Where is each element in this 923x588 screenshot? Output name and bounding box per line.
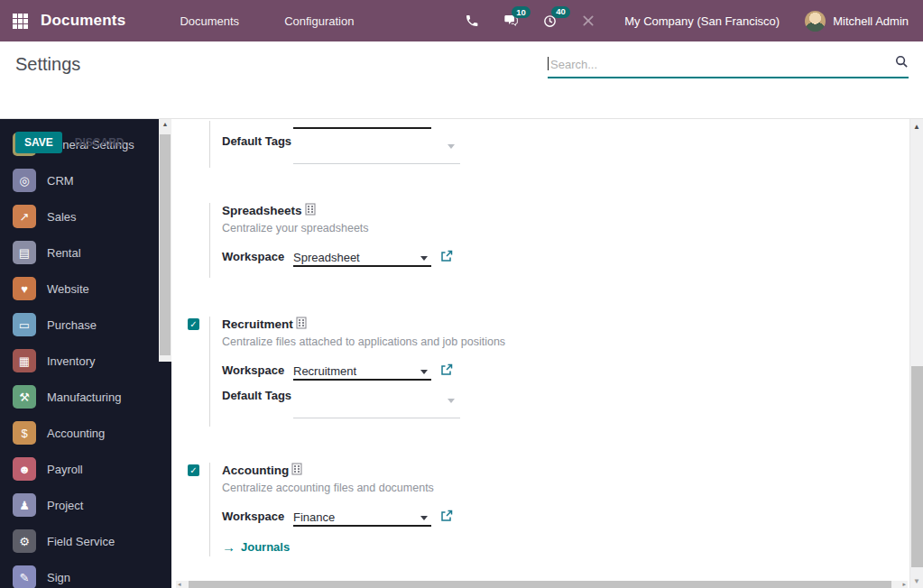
default-tags-field[interactable]: [293, 133, 460, 164]
default-tags-label: Default Tags: [222, 388, 293, 418]
sidebar-item-website[interactable]: ♥Website: [0, 271, 159, 307]
sidebar-item-label: Inventory: [47, 354, 95, 368]
field-service-icon: ⚙: [13, 529, 36, 553]
sidebar-item-purchase[interactable]: ▭Purchase: [0, 307, 159, 343]
scroll-up-arrow-icon[interactable]: ▲: [159, 121, 171, 127]
setting-box-recruitment: Recruitment Centralize files attached to…: [188, 317, 909, 427]
sidebar-item-sign[interactable]: ✎Sign: [0, 559, 159, 588]
scroll-up-arrow-icon[interactable]: ▲: [910, 123, 923, 131]
handshake-icon: ◎: [13, 169, 36, 192]
external-link-icon[interactable]: [440, 510, 453, 527]
apps-grid-icon[interactable]: [13, 14, 28, 29]
sidebar-item-label: Purchase: [47, 318, 97, 332]
sidebar-item-label: Sales: [47, 210, 77, 224]
accounting-checkbox[interactable]: [188, 464, 199, 476]
menu-documents[interactable]: Documents: [171, 2, 248, 41]
section-title: Spreadsheets: [222, 204, 302, 217]
sidebar-item-payroll[interactable]: ☻Payroll: [0, 451, 159, 487]
workspace-select-spreadsheets[interactable]: Spreadsheet: [293, 249, 431, 267]
sidebar-scrollbar-thumb[interactable]: [160, 134, 171, 355]
section-description: Centralize files attached to application…: [222, 335, 505, 348]
search-bar: [548, 52, 909, 78]
sidebar-scrollbar: ▲: [159, 119, 171, 588]
messages-icon[interactable]: 10: [495, 10, 526, 32]
sidebar-item-label: Rental: [47, 246, 81, 260]
vertical-scrollbar-thumb[interactable]: [911, 366, 923, 567]
sidebar-item-label: Sign: [47, 571, 70, 584]
app-title: Documents: [41, 12, 125, 30]
save-button[interactable]: SAVE: [15, 132, 62, 153]
discard-button[interactable]: DISCARD: [75, 136, 125, 149]
settings-sidebar: ⚙General Settings◎CRM↗Sales▤Rental♥Websi…: [0, 119, 159, 588]
box-icon: ▦: [13, 349, 36, 372]
globe-heart-icon: ♥: [13, 277, 36, 300]
credit-card-icon: ▭: [13, 313, 36, 336]
dropdown-caret-icon: [420, 516, 428, 520]
settings-header: Settings SAVE DISCARD: [0, 41, 923, 118]
workspace-select-accounting[interactable]: Finance: [293, 509, 431, 527]
sidebar-item-field-service[interactable]: ⚙Field Service: [0, 523, 159, 559]
user-avatar: [805, 11, 826, 32]
menu-configuration[interactable]: Configuration: [275, 2, 363, 41]
setting-box-spreadsheets: Spreadsheets Centralize your spreadsheet…: [188, 203, 909, 278]
sidebar-item-manufacturing[interactable]: ⚒Manufacturing: [0, 379, 159, 415]
sidebar-item-accounting[interactable]: $Accounting: [0, 415, 159, 451]
company-switcher[interactable]: My Company (San Francisco): [624, 14, 780, 28]
sales-chart-icon: ↗: [13, 205, 36, 228]
search-input[interactable]: [549, 52, 895, 75]
setting-box-partial: Default Tags: [188, 121, 909, 168]
phone-icon[interactable]: [457, 10, 486, 32]
arrow-right-icon: →: [222, 539, 235, 555]
external-link-icon[interactable]: [440, 363, 453, 381]
sidebar-item-label: Website: [47, 282, 89, 296]
sidebar-item-rental[interactable]: ▤Rental: [0, 234, 159, 271]
search-icon[interactable]: [895, 55, 909, 72]
sidebar-item-crm[interactable]: ◎CRM: [0, 162, 159, 198]
sidebar-scrollbar-track: ▲: [159, 119, 171, 362]
user-name: Mitchell Admin: [833, 14, 909, 28]
messages-badge: 10: [512, 6, 531, 18]
journals-link[interactable]: → Journals: [222, 539, 453, 555]
default-tags-field[interactable]: [293, 388, 460, 418]
vertical-scrollbar: ▲ ▼: [909, 119, 923, 588]
top-navbar: Documents Documents Configuration 10 40 …: [0, 0, 923, 41]
user-menu[interactable]: Mitchell Admin: [805, 11, 909, 32]
section-title: Accounting: [222, 464, 289, 477]
dropdown-caret-icon: [448, 399, 455, 403]
debug-tools-icon[interactable]: [574, 10, 603, 32]
page-title: Settings: [15, 54, 80, 75]
settings-content: Default Tags Spreadsheets Centraliz: [171, 119, 909, 588]
wrench-icon: ⚒: [13, 385, 36, 409]
dropdown-caret-icon: [420, 256, 428, 261]
section-title: Recruitment: [222, 317, 293, 331]
setting-box-accounting: Accounting Centralize accounting files a…: [188, 463, 909, 556]
enterprise-icon: [291, 463, 302, 478]
scroll-left-arrow-icon[interactable]: ◂: [178, 581, 181, 588]
recruitment-checkbox[interactable]: [188, 318, 199, 330]
activities-badge: 40: [551, 6, 570, 18]
default-tags-label: Default Tags: [222, 133, 293, 164]
sidebar-item-sales[interactable]: ↗Sales: [0, 198, 159, 234]
section-description: Centralize your spreadsheets: [222, 222, 453, 234]
workspace-label: Workspace: [222, 249, 293, 267]
sign-pen-icon: ✎: [13, 565, 36, 588]
navbar-menu: Documents Configuration: [171, 2, 363, 41]
sidebar-item-label: Field Service: [47, 535, 115, 548]
horizontal-scrollbar-thumb[interactable]: [189, 581, 891, 588]
section-description: Centralize accounting files and document…: [222, 482, 453, 494]
workspace-select-recruitment[interactable]: Recruitment: [293, 363, 431, 381]
scroll-down-arrow-icon[interactable]: ▼: [910, 577, 923, 585]
rental-calendar-icon: ▤: [13, 241, 36, 264]
external-link-icon[interactable]: [440, 250, 453, 267]
payroll-person-icon: ☻: [13, 457, 36, 481]
sidebar-item-label: Accounting: [47, 427, 105, 440]
sidebar-item-inventory[interactable]: ▦Inventory: [0, 343, 159, 379]
scroll-right-arrow-icon[interactable]: ▸: [902, 581, 906, 588]
sidebar-item-project[interactable]: ♟Project: [0, 487, 159, 523]
enterprise-icon: [296, 317, 307, 332]
activities-clock-icon[interactable]: 40: [535, 10, 565, 32]
workspace-field-partial[interactable]: [293, 121, 431, 129]
enterprise-icon: [305, 203, 316, 218]
workspace-label: Workspace: [222, 509, 293, 527]
sidebar-item-label: CRM: [47, 174, 74, 188]
